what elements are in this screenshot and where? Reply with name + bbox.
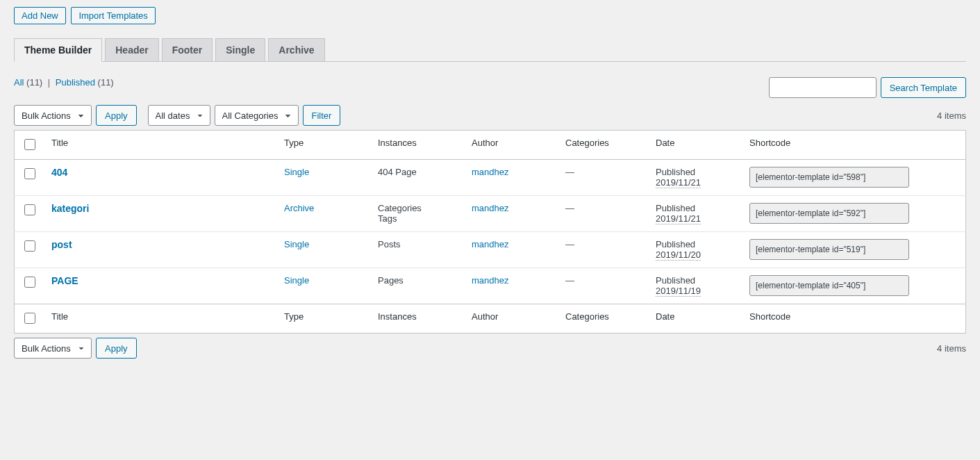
- row-author-link[interactable]: mandhez: [472, 167, 508, 177]
- column-instances-footer: Instances: [371, 304, 465, 334]
- view-published-count: (11): [98, 77, 114, 88]
- row-instances: 404 Page: [371, 160, 465, 196]
- column-categories-footer: Categories: [558, 304, 649, 334]
- row-author-link[interactable]: mandhez: [472, 239, 508, 249]
- column-shortcode-footer: Shortcode: [742, 304, 966, 334]
- row-title-link[interactable]: PAGE: [51, 275, 78, 286]
- row-date: Published2019/11/19: [649, 268, 742, 304]
- row-title-link[interactable]: kategori: [51, 203, 89, 214]
- table-row: PAGESinglePagesmandhez—Published2019/11/…: [15, 268, 966, 304]
- tab-archive[interactable]: Archive: [268, 38, 324, 62]
- search-input[interactable]: [769, 77, 877, 98]
- row-type-link[interactable]: Single: [284, 239, 309, 249]
- tab-theme-builder[interactable]: Theme Builder: [14, 38, 102, 62]
- column-author-header: Author: [465, 131, 558, 160]
- row-title-link[interactable]: post: [51, 239, 72, 250]
- select-all-checkbox-bottom[interactable]: [24, 313, 35, 324]
- shortcode-input[interactable]: [749, 275, 909, 296]
- column-instances-header: Instances: [371, 131, 465, 160]
- search-box: Search Template: [769, 77, 966, 98]
- column-type-footer: Type: [277, 304, 371, 334]
- search-button[interactable]: Search Template: [881, 77, 966, 98]
- bulk-actions-select[interactable]: Bulk Actions: [14, 105, 92, 126]
- table-row: 404Single404 Pagemandhez—Published2019/1…: [15, 160, 966, 196]
- column-author-footer: Author: [465, 304, 558, 334]
- shortcode-input[interactable]: [749, 167, 909, 188]
- row-categories: —: [558, 160, 649, 196]
- row-instances: Posts: [371, 232, 465, 268]
- table-row: postSinglePostsmandhez—Published2019/11/…: [15, 232, 966, 268]
- select-all-checkbox[interactable]: [24, 139, 35, 150]
- column-date-header[interactable]: Date: [649, 131, 742, 160]
- row-checkbox[interactable]: [24, 168, 35, 179]
- row-instances: Pages: [371, 268, 465, 304]
- view-all-count: (11): [26, 77, 42, 88]
- row-checkbox[interactable]: [24, 240, 35, 252]
- column-title-header[interactable]: Title: [44, 131, 277, 160]
- column-shortcode-header: Shortcode: [742, 131, 966, 160]
- templates-table: Title Type Instances Author Categories D…: [14, 130, 966, 334]
- bulk-actions-select-bottom[interactable]: Bulk Actions: [14, 338, 92, 359]
- import-templates-button[interactable]: Import Templates: [71, 7, 155, 24]
- tab-single[interactable]: Single: [215, 38, 265, 62]
- view-all-link[interactable]: All: [14, 77, 24, 88]
- row-author-link[interactable]: mandhez: [472, 275, 508, 286]
- view-published-link[interactable]: Published: [56, 77, 95, 88]
- row-date: Published2019/11/21: [649, 196, 742, 232]
- row-date: Published2019/11/20: [649, 232, 742, 268]
- tab-footer[interactable]: Footer: [162, 38, 213, 62]
- row-type-link[interactable]: Archive: [284, 203, 314, 213]
- column-date-footer[interactable]: Date: [649, 304, 742, 334]
- filter-button[interactable]: Filter: [303, 105, 341, 126]
- column-categories-header: Categories: [558, 131, 649, 160]
- row-author-link[interactable]: mandhez: [472, 203, 508, 213]
- tablenav-pages: 4 items: [937, 110, 966, 121]
- row-categories: —: [558, 196, 649, 232]
- column-title-footer[interactable]: Title: [44, 304, 277, 334]
- apply-button[interactable]: Apply: [96, 105, 137, 126]
- categories-select[interactable]: All Categories: [215, 105, 299, 126]
- row-categories: —: [558, 268, 649, 304]
- apply-button-bottom[interactable]: Apply: [96, 338, 137, 359]
- dates-select[interactable]: All dates: [148, 105, 210, 126]
- row-instances: CategoriesTags: [371, 196, 465, 232]
- row-type-link[interactable]: Single: [284, 167, 309, 177]
- row-type-link[interactable]: Single: [284, 275, 309, 286]
- tab-header[interactable]: Header: [105, 38, 158, 62]
- tablenav-pages-bottom: 4 items: [937, 343, 966, 354]
- nav-tab-wrapper: Theme BuilderHeaderFooterSingleArchive: [14, 38, 966, 62]
- row-categories: —: [558, 232, 649, 268]
- view-links: All (11) | Published (11): [14, 77, 114, 88]
- row-checkbox[interactable]: [24, 277, 35, 288]
- separator: |: [48, 77, 50, 88]
- shortcode-input[interactable]: [749, 203, 909, 224]
- column-type-header: Type: [277, 131, 371, 160]
- shortcode-input[interactable]: [749, 239, 909, 260]
- row-title-link[interactable]: 404: [51, 167, 67, 178]
- row-date: Published2019/11/21: [649, 160, 742, 196]
- row-checkbox[interactable]: [24, 204, 35, 215]
- add-new-button[interactable]: Add New: [14, 7, 66, 24]
- table-row: kategoriArchiveCategoriesTagsmandhez—Pub…: [15, 196, 966, 232]
